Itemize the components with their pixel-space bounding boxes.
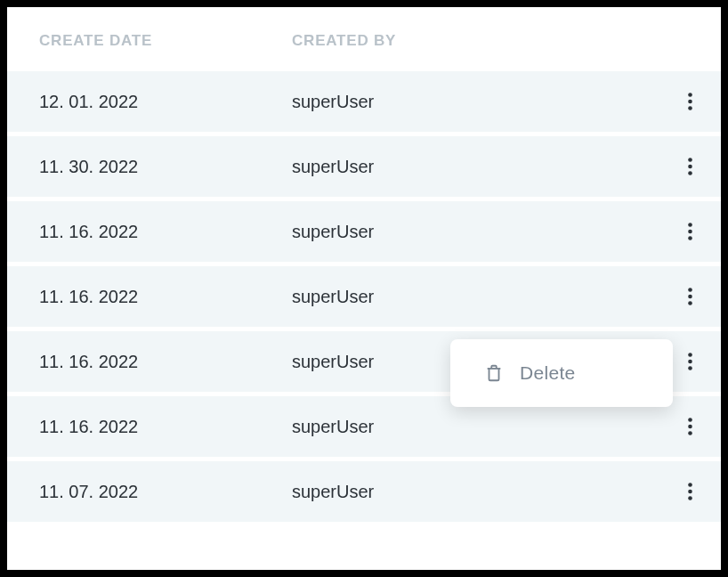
kebab-menu-icon (688, 158, 692, 175)
data-table: CREATE DATE CREATED BY 12. 01. 2022 supe… (7, 7, 721, 522)
svg-point-18 (688, 483, 692, 487)
svg-point-6 (688, 223, 692, 227)
kebab-menu-icon (688, 223, 692, 240)
table-row: 11. 16. 2022 superUser (7, 201, 721, 262)
svg-point-0 (688, 93, 692, 97)
delete-menu-item[interactable]: Delete (450, 355, 673, 391)
table-row: 11. 16. 2022 superUser (7, 266, 721, 327)
kebab-menu-icon (688, 288, 692, 305)
delete-menu-item-label: Delete (520, 362, 576, 384)
row-actions-button[interactable] (674, 280, 706, 313)
svg-point-19 (688, 490, 692, 494)
cell-created-by: superUser (274, 157, 659, 177)
svg-point-10 (688, 295, 692, 299)
cell-created-by: superUser (274, 287, 659, 307)
row-actions-button[interactable] (674, 475, 706, 508)
svg-point-13 (688, 360, 692, 364)
column-header-created-by[interactable]: CREATED BY (274, 32, 659, 50)
cell-create-date: 11. 16. 2022 (7, 352, 274, 372)
table-row: 11. 07. 2022 superUser (7, 461, 721, 522)
svg-point-9 (688, 288, 692, 292)
column-header-create-date[interactable]: CREATE DATE (7, 32, 274, 50)
cell-created-by: superUser (274, 482, 659, 502)
cell-actions (659, 280, 721, 313)
svg-point-12 (688, 353, 692, 357)
column-header-actions (659, 32, 721, 50)
svg-point-17 (688, 431, 692, 435)
kebab-menu-icon (688, 353, 692, 370)
svg-point-15 (688, 418, 692, 422)
svg-point-16 (688, 425, 692, 429)
table-header-row: CREATE DATE CREATED BY (7, 7, 721, 71)
cell-create-date: 11. 16. 2022 (7, 287, 274, 307)
table-row: 12. 01. 2022 superUser (7, 71, 721, 132)
table-row: 11. 30. 2022 superUser (7, 136, 721, 197)
svg-point-14 (688, 366, 692, 370)
cell-create-date: 12. 01. 2022 (7, 92, 274, 112)
row-actions-button[interactable] (674, 410, 706, 443)
cell-actions (659, 475, 721, 508)
row-actions-button[interactable] (674, 150, 706, 183)
kebab-menu-icon (688, 483, 692, 500)
svg-point-2 (688, 106, 692, 110)
cell-create-date: 11. 16. 2022 (7, 417, 274, 437)
cell-actions (659, 150, 721, 183)
kebab-menu-icon (688, 93, 692, 110)
svg-point-8 (688, 236, 692, 240)
cell-create-date: 11. 16. 2022 (7, 222, 274, 242)
table-container: CREATE DATE CREATED BY 12. 01. 2022 supe… (7, 7, 721, 570)
cell-actions (659, 410, 721, 443)
row-actions-button[interactable] (674, 215, 706, 248)
cell-created-by: superUser (274, 222, 659, 242)
svg-point-5 (688, 171, 692, 175)
svg-point-1 (688, 100, 692, 104)
svg-point-11 (688, 301, 692, 305)
svg-point-20 (688, 496, 692, 500)
row-actions-button[interactable] (674, 85, 706, 118)
cell-created-by: superUser (274, 92, 659, 112)
svg-point-7 (688, 230, 692, 234)
cell-created-by: superUser (274, 417, 659, 437)
trash-icon (484, 362, 504, 384)
cell-create-date: 11. 07. 2022 (7, 482, 274, 502)
row-actions-button[interactable] (674, 345, 706, 378)
cell-actions (659, 85, 721, 118)
svg-point-3 (688, 158, 692, 162)
row-actions-popover: Delete (450, 339, 673, 407)
kebab-menu-icon (688, 418, 692, 435)
svg-point-4 (688, 165, 692, 169)
cell-actions (659, 215, 721, 248)
cell-create-date: 11. 30. 2022 (7, 157, 274, 177)
